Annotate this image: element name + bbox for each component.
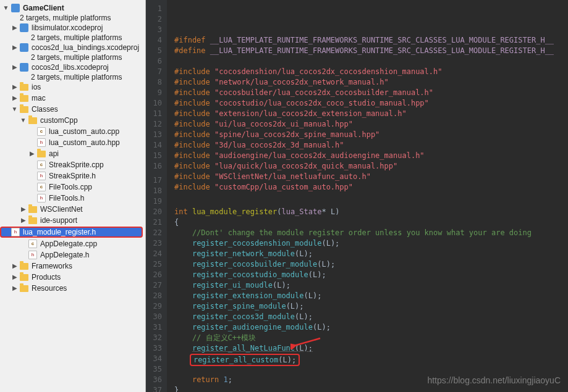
code-line-26[interactable]: register_spine_module(L);: [174, 301, 568, 312]
code-line-28[interactable]: register_audioengine_module(L);: [174, 322, 568, 333]
tree-item-lua-custom-auto-hpp[interactable]: hlua_custom_auto.hpp: [0, 137, 145, 148]
tree-item-appdelegate-h[interactable]: hAppDelegate.h: [0, 249, 145, 261]
code-line-17[interactable]: int lua_module_register(lua_State* L): [174, 207, 568, 217]
code-line-18[interactable]: {: [174, 217, 568, 228]
code-line-15[interactable]: #include "customCpp/lua_custom_auto.hpp": [174, 182, 568, 193]
tree-item-label: FileTools.h: [49, 193, 84, 204]
code-line-2[interactable]: #define __LUA_TEMPLATE_RUNTIME_FRAMEWORK…: [174, 46, 568, 56]
code-line-31[interactable]: register_all_custom(L);: [174, 354, 568, 364]
disclosure-triangle[interactable]: ▶: [20, 215, 27, 226]
tree-item-label: WSClientNet: [40, 204, 83, 215]
tree-item-label: cocos2d_lua_bindings.xcodeproj: [32, 42, 139, 53]
tree-item-appdelegate-cpp[interactable]: cAppDelegate.cpp: [0, 238, 145, 249]
disclosure-triangle[interactable]: ▶: [11, 283, 18, 294]
disclosure-triangle[interactable]: ▶: [11, 93, 18, 104]
disclosure-triangle[interactable]: ▶: [11, 81, 18, 93]
tree-item-resources[interactable]: ▶Resources: [0, 283, 145, 294]
tree-item-label: AppDelegate.cpp: [40, 238, 97, 249]
code-line-5[interactable]: #include "network/lua_cocos2dx_network_m…: [174, 77, 568, 88]
project-root[interactable]: ▼ GameClient: [0, 2, 145, 14]
code-line-23[interactable]: register_cocostudio_module(L);: [174, 270, 568, 280]
tree-item-wsclientnet[interactable]: ▶WSClientNet: [0, 204, 145, 215]
tree-item-streaksprite-cpp[interactable]: cStreakSprite.cpp: [0, 159, 145, 170]
code-line-20[interactable]: register_cocosdenshion_module(L);: [174, 238, 568, 249]
tree-item-label: Resources: [32, 283, 67, 294]
disclosure-triangle[interactable]: ▼: [2, 2, 9, 14]
folder-icon: [28, 204, 38, 214]
code-line-10[interactable]: #include "spine/lua_cocos2dx_spine_manua…: [174, 130, 568, 140]
tree-item-filetools-cpp[interactable]: cFileTools.cpp: [0, 181, 145, 193]
tree-item-label: AppDelegate.h: [40, 249, 89, 261]
folder-icon: [28, 215, 38, 225]
disclosure-triangle[interactable]: ▶: [11, 42, 18, 53]
tree-item-label: StreakSprite.h: [49, 170, 96, 181]
code-line-9[interactable]: #include "ui/lua_cocos2dx_ui_manual.hpp": [174, 119, 568, 130]
tree-item-api[interactable]: ▶api: [0, 148, 145, 159]
tree-item-lua-module-register-h[interactable]: hlua_module_register.h: [0, 227, 143, 238]
highlighted-call: register_all_custom(L);: [190, 354, 300, 366]
disclosure-triangle[interactable]: ▶: [11, 261, 18, 272]
tree-item-mac[interactable]: ▶mac: [0, 93, 145, 104]
code-line-14[interactable]: #include "WSClientNet/lua_netluafunc_aut…: [174, 172, 568, 182]
project-navigator[interactable]: ▼ GameClient 2 targets, multiple platfor…: [0, 0, 146, 392]
code-line-16[interactable]: [174, 193, 568, 203]
xcode-project-icon: [11, 3, 20, 13]
code-line-33[interactable]: return 1;: [174, 375, 568, 385]
code-line-13[interactable]: #include "lua/quick/lua_cocos2dx_quick_m…: [174, 161, 568, 172]
code-line-34[interactable]: }: [174, 385, 568, 392]
tree-item-cocos2d-libs-xcodeproj[interactable]: ▶cocos2d_libs.xcodeproj: [0, 62, 145, 73]
file-cpp-icon: c: [36, 160, 46, 170]
tree-item-label: cocos2d_libs.xcodeproj: [32, 62, 109, 73]
tree-item-ios[interactable]: ▶ios: [0, 81, 145, 93]
code-editor[interactable]: 1234567891011121314151617181920212223242…: [146, 0, 568, 392]
code-line-4[interactable]: #include "cocosdenshion/lua_cocos2dx_coc…: [174, 67, 568, 77]
tree-item-cocos2d-lua-bindings-xcodeproj[interactable]: ▶cocos2d_lua_bindings.xcodeproj: [0, 42, 145, 53]
folder-icon: [19, 261, 29, 271]
code-line-1[interactable]: #ifndef __LUA_TEMPLATE_RUNTIME_FRAMEWORK…: [174, 35, 568, 46]
tree-item-label: Classes: [32, 104, 58, 115]
code-line-27[interactable]: register_cocos3d_module(L);: [174, 312, 568, 322]
disclosure-triangle[interactable]: ▼: [20, 115, 27, 126]
code-line-24[interactable]: register_ui_moudle(L);: [174, 280, 568, 291]
code-line-19[interactable]: //Dont' change the module register order…: [174, 228, 568, 238]
code-line-8[interactable]: #include "extension/lua_cocos2dx_extensi…: [174, 109, 568, 119]
code-line-11[interactable]: #include "3d/lua_cocos2dx_3d_manual.h": [174, 140, 568, 151]
folder-icon: [19, 82, 29, 92]
tree-item-classes[interactable]: ▼Classes: [0, 104, 145, 115]
code-line-30[interactable]: register_all_NetLuaFunc(L);: [174, 343, 568, 354]
folder-icon: [19, 272, 29, 282]
code-line-25[interactable]: register_extension_module(L);: [174, 291, 568, 301]
code-line-7[interactable]: #include "cocostudio/lua_cocos2dx_coco_s…: [174, 98, 568, 109]
disclosure-triangle[interactable]: ▶: [11, 22, 18, 33]
tree-item-products[interactable]: ▶Products: [0, 272, 145, 283]
code-area[interactable]: #ifndef __LUA_TEMPLATE_RUNTIME_FRAMEWORK…: [167, 0, 568, 392]
code-line-29[interactable]: // 自定义C++模块: [174, 333, 568, 343]
tree-item-label: lua_custom_auto.hpp: [49, 137, 120, 148]
svg-line-0: [294, 338, 320, 346]
file-h-icon: h: [36, 171, 46, 181]
code-line-21[interactable]: register_network_module(L);: [174, 249, 568, 259]
code-line-12[interactable]: #include "audioengine/lua_cocos2dx_audio…: [174, 151, 568, 161]
disclosure-triangle[interactable]: ▶: [20, 204, 27, 215]
disclosure-triangle[interactable]: ▶: [28, 148, 35, 159]
tree-item-customcpp[interactable]: ▼customCpp: [0, 115, 145, 126]
tree-item-label: FileTools.cpp: [49, 181, 92, 193]
tree-item-filetools-h[interactable]: hFileTools.h: [0, 193, 145, 204]
disclosure-triangle[interactable]: ▶: [11, 272, 18, 283]
code-line-22[interactable]: register_cocosbuilder_module(L);: [174, 259, 568, 270]
tree-item-subtitle: 2 targets, multiple platforms: [0, 53, 145, 62]
tree-item-ide-support[interactable]: ▶ide-support: [0, 215, 145, 226]
tree-item-label: libsimulator.xcodeproj: [32, 22, 103, 33]
code-line-3[interactable]: [174, 56, 568, 67]
disclosure-triangle[interactable]: ▶: [11, 62, 18, 73]
project-subtitle: 2 targets, multiple platforms: [0, 14, 145, 22]
tree-item-label: StreakSprite.cpp: [49, 159, 104, 170]
tree-item-lua-custom-auto-cpp[interactable]: clua_custom_auto.cpp: [0, 126, 145, 137]
disclosure-triangle[interactable]: ▼: [11, 104, 18, 115]
tree-item-libsimulator-xcodeproj[interactable]: ▶libsimulator.xcodeproj: [0, 22, 145, 33]
tree-item-streaksprite-h[interactable]: hStreakSprite.h: [0, 170, 145, 181]
code-line-6[interactable]: #include "cocosbuilder/lua_cocos2dx_coco…: [174, 88, 568, 98]
tree-item-frameworks[interactable]: ▶Frameworks: [0, 261, 145, 272]
folder-icon: [19, 283, 29, 293]
arrow-annotation: [290, 315, 321, 370]
